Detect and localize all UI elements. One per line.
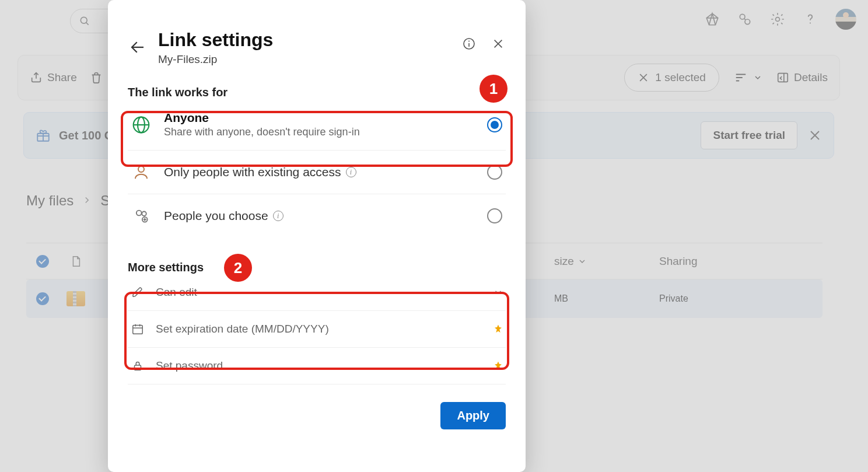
option-existing-access[interactable]: Only people with existing access i xyxy=(128,151,506,194)
chevron-down-icon xyxy=(493,287,503,298)
close-modal-button[interactable] xyxy=(491,36,506,51)
radio-anyone[interactable] xyxy=(487,117,502,132)
option-anyone-desc: Share with anyone, doesn't require sign-… xyxy=(164,126,474,138)
page-root: Share 1 selected Details Get 100 GB xyxy=(0,0,868,472)
pencil-icon xyxy=(130,285,145,300)
back-button[interactable] xyxy=(128,37,148,57)
arrow-left-icon xyxy=(129,39,146,56)
option-existing-title: Only people with existing access xyxy=(164,165,341,179)
password-field[interactable]: Set password xyxy=(128,348,506,384)
svg-rect-37 xyxy=(135,365,141,370)
modal-title: Link settings xyxy=(158,29,273,51)
more-settings-label: More settings xyxy=(128,261,506,274)
option-people-choose[interactable]: People you choose i xyxy=(128,194,506,237)
info-icon xyxy=(462,37,476,51)
calendar-icon xyxy=(130,321,145,337)
modal-filename: My-Files.zip xyxy=(158,53,273,66)
permission-value: Can edit xyxy=(156,286,197,299)
callout-2: 2 xyxy=(224,254,252,282)
svg-point-21 xyxy=(468,41,470,42)
lock-icon xyxy=(130,358,145,373)
radio-existing[interactable] xyxy=(487,165,502,180)
premium-icon xyxy=(493,361,503,371)
expiration-date-field[interactable]: Set expiration date (MM/DD/YYYY) xyxy=(128,311,506,348)
option-anyone[interactable]: Anyone Share with anyone, doesn't requir… xyxy=(128,99,506,151)
link-works-for-label: The link works for xyxy=(128,86,506,99)
close-icon xyxy=(492,37,505,50)
person-icon xyxy=(131,162,151,182)
info-icon[interactable]: i xyxy=(273,211,284,221)
svg-point-27 xyxy=(138,166,144,172)
svg-rect-33 xyxy=(133,326,143,334)
expiration-placeholder: Set expiration date (MM/DD/YYYY) xyxy=(156,323,329,335)
svg-point-28 xyxy=(136,211,142,216)
info-button[interactable] xyxy=(461,36,477,51)
info-icon[interactable]: i xyxy=(346,167,356,177)
permission-dropdown[interactable]: Can edit xyxy=(128,274,506,311)
people-add-icon xyxy=(131,206,151,226)
callout-1: 1 xyxy=(480,75,508,103)
link-settings-modal: Link settings My-Files.zip The link work… xyxy=(108,0,526,472)
radio-choose[interactable] xyxy=(487,208,502,223)
option-anyone-title: Anyone xyxy=(164,111,474,125)
svg-point-29 xyxy=(142,212,146,216)
premium-icon xyxy=(493,324,503,334)
option-choose-title: People you choose xyxy=(164,209,268,223)
apply-button[interactable]: Apply xyxy=(440,402,506,429)
globe-icon xyxy=(131,115,151,135)
password-placeholder: Set password xyxy=(156,359,223,372)
